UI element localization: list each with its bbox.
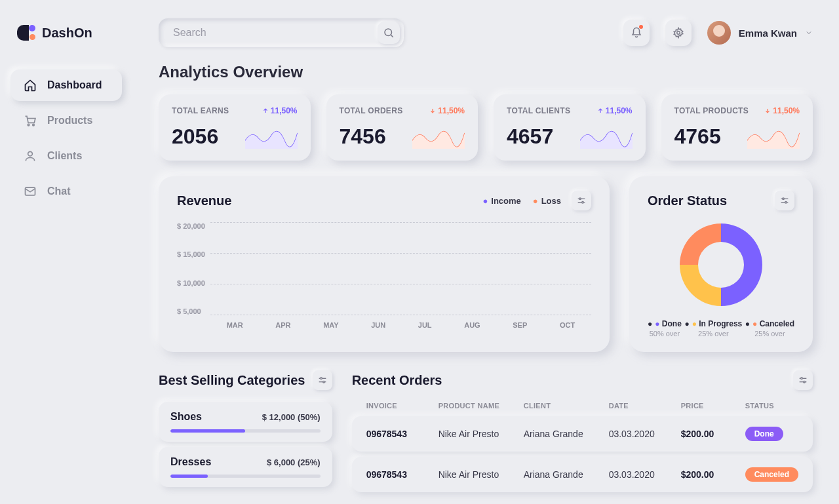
legend-loss: Loss [533, 196, 561, 206]
ytick: $ 10,000 [177, 279, 205, 287]
sliders-icon [798, 375, 808, 385]
cell-price: $200.00 [681, 429, 745, 439]
svg-point-2 [28, 151, 33, 156]
topbar: Emma Kwan [159, 18, 813, 47]
user-icon [24, 149, 37, 163]
th-product: PRODUCT NAME [439, 402, 524, 410]
svg-point-10 [582, 201, 584, 203]
status-badge: Canceled [745, 467, 798, 482]
sliders-icon [576, 195, 587, 206]
chevron-down-icon [805, 29, 813, 37]
user-menu[interactable]: Emma Kwan [707, 21, 813, 45]
th-date: DATE [609, 402, 681, 410]
search[interactable] [159, 18, 404, 47]
notifications-button[interactable] [623, 20, 650, 46]
sidebar-item-chat[interactable]: Chat [10, 176, 122, 207]
order-status-donut [678, 222, 764, 307]
svg-point-4 [385, 29, 392, 36]
category-value: $ 12,000 (50%) [262, 412, 321, 422]
page-title: Analytics Overview [159, 63, 813, 81]
stat-card: TOTAL PRODUCTS 11,50% 4765 [661, 94, 813, 161]
xtick: OCT [560, 321, 575, 329]
sidebar-item-products[interactable]: Products [10, 105, 122, 136]
sparkline-icon [747, 125, 800, 149]
table-row[interactable]: 09678543Nike Air PrestoAriana Grande03.0… [352, 457, 813, 492]
cell-invoice: 09678543 [366, 469, 439, 480]
category-value: $ 6,000 (25%) [267, 457, 321, 467]
os-legend-sub: 25% over [684, 330, 742, 338]
search-button[interactable] [378, 22, 400, 44]
th-price: PRICE [681, 402, 745, 410]
gear-icon [673, 27, 684, 39]
legend-income: Income [482, 196, 520, 206]
stat-card: TOTAL ORDERS 11,50% 7456 [326, 94, 478, 161]
recent-filter-button[interactable] [793, 370, 813, 390]
stat-card: TOTAL CLIENTS 11,50% 4657 [494, 94, 646, 161]
table-header: INVOICE PRODUCT NAME CLIENT DATE PRICE S… [352, 402, 813, 416]
stat-value: 7456 [340, 125, 386, 149]
os-legend-label: ● Canceled [745, 319, 794, 328]
order-status-title: Order Status [648, 193, 727, 208]
sidebar-item-clients[interactable]: Clients [10, 140, 122, 172]
sparkline-icon [580, 125, 633, 149]
sidebar-item-dashboard[interactable]: Dashboard [10, 69, 122, 101]
svg-line-5 [391, 35, 393, 37]
logo-mark-icon [17, 24, 35, 42]
mail-icon [24, 185, 37, 198]
stat-delta: 11,50% [764, 106, 800, 115]
nav-label: Clients [47, 150, 82, 162]
stat-card: TOTAL EARNS 11,50% 2056 [159, 94, 311, 161]
main: Emma Kwan Analytics Overview TOTAL EARNS… [132, 0, 839, 504]
best-selling-section: Best Selling Categories Shoes$ 12,000 (5… [159, 370, 332, 497]
sliders-icon [779, 195, 790, 206]
category-bar [170, 475, 321, 478]
sliders-icon [317, 375, 328, 385]
cell-client: Ariana Grande [524, 469, 609, 480]
avatar [707, 21, 731, 45]
xtick: AUG [464, 321, 480, 329]
ytick: $ 15,000 [177, 250, 205, 258]
xtick: SEP [513, 321, 527, 329]
logo: DashOn [10, 24, 122, 69]
brand-name: DashOn [42, 26, 92, 41]
stat-delta: 11,50% [597, 106, 633, 115]
sparkline-icon [412, 125, 465, 149]
arrow-up-icon [262, 107, 269, 114]
svg-point-21 [801, 378, 803, 379]
stat-value: 2056 [172, 125, 218, 149]
os-legend-item: ● Canceled25% over [745, 319, 794, 338]
ytick: $ 5,000 [177, 307, 205, 315]
donut-slice [680, 223, 721, 265]
cell-price: $200.00 [681, 469, 745, 480]
stats-row: TOTAL EARNS 11,50% 2056 TOTAL ORDERS 11,… [159, 94, 813, 161]
xtick: JUL [418, 321, 432, 329]
search-icon [383, 27, 395, 39]
recent-title: Recent Orders [352, 373, 442, 388]
stat-value: 4657 [507, 125, 553, 149]
sidebar: DashOn DashboardProductsClientsChat [0, 0, 132, 504]
category-name: Shoes [170, 411, 202, 423]
cell-product: Nike Air Presto [439, 429, 524, 439]
os-legend-label: ● In Progress [684, 319, 742, 328]
table-row[interactable]: 09678543Nike Air PrestoAriana Grande03.0… [352, 416, 813, 452]
svg-point-9 [579, 198, 581, 200]
revenue-card: Revenue Income Loss $ 20,000$ 15,000$ 10… [159, 176, 610, 352]
settings-button[interactable] [665, 20, 692, 46]
category-bar [170, 429, 321, 433]
revenue-filter-button[interactable] [572, 191, 591, 210]
bsc-filter-button[interactable] [313, 370, 332, 390]
order-status-filter-button[interactable] [775, 191, 794, 210]
stat-label: TOTAL PRODUCTS [674, 106, 749, 115]
xtick: MAR [227, 321, 243, 329]
arrow-up-icon [597, 107, 604, 114]
cell-invoice: 09678543 [366, 429, 439, 439]
os-legend-sub: 50% over [648, 330, 682, 338]
revenue-legend: Income Loss [482, 196, 561, 206]
user-name: Emma Kwan [739, 28, 797, 39]
nav-label: Dashboard [47, 79, 102, 91]
xtick: MAY [323, 321, 338, 329]
cell-status: Done [745, 427, 798, 441]
svg-point-6 [677, 31, 680, 35]
search-input[interactable] [173, 27, 378, 39]
cell-client: Ariana Grande [524, 429, 609, 439]
